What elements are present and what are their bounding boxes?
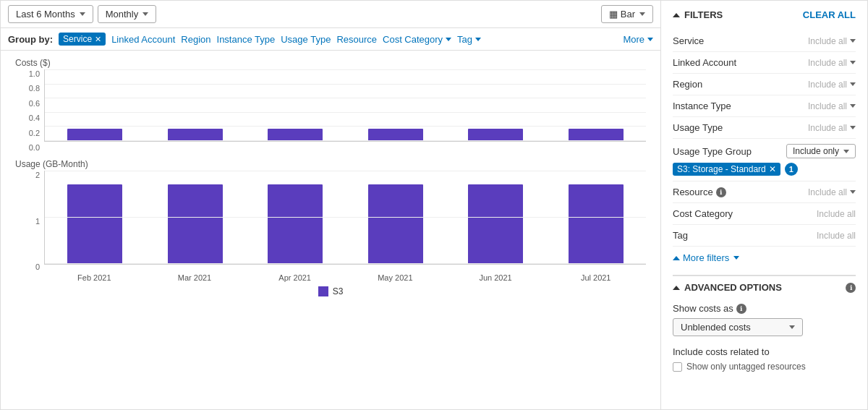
advanced-info-icon[interactable]: ℹ [846,283,856,293]
cost-bar-feb [67,129,122,141]
tag-filter-link[interactable]: Tag [457,34,481,45]
s3-storage-chip[interactable]: S3: Storage - Standard ✕ [673,163,780,176]
usage-type-filter-value[interactable]: Include all [808,123,856,133]
advanced-options-title: ADVANCED OPTIONS [673,282,782,293]
service-filter-name: Service [673,35,704,46]
resource-filter-sidebar-value[interactable]: Include all [808,187,856,197]
granularity-selector[interactable]: Monthly [98,5,157,23]
usage-chart: Usage (GB-Month) 2 1 0 [15,159,646,282]
cost-bar-apr [268,129,323,141]
more-caret-icon [647,38,653,41]
granularity-label: Monthly [106,9,139,20]
usage-type-filter-name: Usage Type [673,122,723,133]
x-label-feb: Feb 2021 [44,271,145,282]
resource-filter-caret [850,190,856,194]
more-filters-caret-icon [733,256,739,260]
cost-bar-jun [468,129,523,141]
usage-bar-may [368,184,423,264]
group-by-label: Group by: [8,34,53,45]
linked-account-filter-row: Linked Account Include all [673,52,856,74]
cost-category-filter[interactable]: Cost Category [383,34,451,45]
bar-group-mar-usage [145,171,246,264]
resource-filter-link[interactable]: Resource [336,34,377,45]
service-chip-label: Service [63,34,92,44]
include-only-button[interactable]: Include only [786,144,856,158]
bar-group-jul-cost [546,69,647,141]
region-filter-value[interactable]: Include all [808,80,856,90]
bar-group-may-usage [346,171,446,264]
x-axis-labels: Feb 2021 Mar 2021 Apr 2021 May 2021 Jun … [15,271,646,282]
bar-chart-icon: ▦ [609,9,618,20]
x-label-jun: Jun 2021 [446,271,546,282]
cost-bar-may [368,129,423,141]
filters-title-label: FILTERS [684,9,723,20]
time-range-label: Last 6 Months [16,9,75,20]
instance-type-filter-value[interactable]: Include all [808,101,856,111]
instance-type-filter-name: Instance Type [673,101,731,111]
linked-account-filter-caret [850,61,856,64]
instance-type-filter-caret [850,104,856,108]
service-group-chip[interactable]: Service ✕ [59,33,106,46]
s3-chip-remove-icon[interactable]: ✕ [769,164,776,174]
cost-y-axis: 1.0 0.8 0.6 0.4 0.2 0.0 [15,69,44,152]
resource-filter-sidebar-row: Resource ℹ Include all [673,181,856,203]
cost-category-caret-icon [446,38,451,41]
cost-bar-jul [569,129,624,141]
usage-type-filter[interactable]: Usage Type [281,34,331,45]
service-chip-remove-icon[interactable]: ✕ [95,35,101,44]
show-costs-row: Show costs as ℹ Unblended costs [673,300,856,339]
usage-bar-jun [468,184,523,264]
usage-y-axis: 2 1 0 [15,171,44,271]
checkbox-row: Show only untagged resources [673,362,856,372]
utg-selected: S3: Storage - Standard ✕ 1 [673,163,856,176]
filters-header: FILTERS CLEAR ALL [673,9,856,20]
x-label-jul: Jul 2021 [545,271,646,282]
show-costs-info-icon[interactable]: ℹ [736,304,746,314]
costs-y-label: Costs ($) [15,58,646,68]
usage-type-filter-row: Usage Type Include all [673,117,856,139]
bar-group-feb-cost [45,69,145,141]
resource-info-icon[interactable]: ℹ [716,187,726,197]
bar-group-mar-cost [145,69,246,141]
usage-bar-jul [569,184,624,264]
region-filter-row: Region Include all [673,74,856,95]
more-filters-link[interactable]: More filters [673,247,856,269]
s3-legend-label: S3 [333,286,344,296]
usage-bar-mar [168,184,223,264]
advanced-collapse-icon[interactable] [673,286,680,290]
instance-type-filter[interactable]: Instance Type [217,34,276,45]
tag-filter-value[interactable]: Include all [817,231,856,241]
bar-group-may-cost [346,69,446,141]
filters-collapse-icon[interactable] [673,13,680,17]
cost-category-filter-value[interactable]: Include all [817,209,856,219]
advanced-options-header: ADVANCED OPTIONS ℹ [673,282,856,293]
linked-account-filter-name: Linked Account [673,57,736,68]
cost-category-filter-row: Cost Category Include all [673,203,856,225]
usage-type-badge: 1 [785,163,798,176]
tag-filter-name: Tag [673,230,688,241]
region-filter[interactable]: Region [181,34,210,45]
chart-type-selector[interactable]: ▦ Bar [601,5,653,23]
filter-bar: Group by: Service ✕ Linked Account Regio… [1,28,660,51]
bar-group-jun-cost [446,69,546,141]
chart-type-label: Bar [621,9,635,20]
bar-group-apr-cost [245,69,346,141]
untagged-resources-checkbox[interactable] [673,362,682,372]
costs-dropdown[interactable]: Unblended costs [673,318,803,336]
time-range-caret-icon [80,12,85,16]
main-area: Last 6 Months Monthly ▦ Bar Group by: Se… [1,1,661,409]
clear-all-button[interactable]: CLEAR ALL [803,9,856,20]
time-range-selector[interactable]: Last 6 Months [8,5,93,23]
linked-account-filter-value[interactable]: Include all [808,58,856,68]
usage-type-filter-caret [850,126,856,129]
linked-account-filter[interactable]: Linked Account [111,34,175,45]
region-filter-caret [850,82,856,86]
bar-group-jul-usage [546,171,647,264]
cost-category-filter-name: Cost Category [673,208,733,219]
bar-group-apr-usage [245,171,346,264]
top-bar: Last 6 Months Monthly ▦ Bar [1,1,660,28]
service-filter-value[interactable]: Include all [808,36,856,46]
more-filters-button[interactable]: More [623,34,653,45]
x-label-apr: Apr 2021 [244,271,345,282]
granularity-caret-icon [142,12,148,16]
